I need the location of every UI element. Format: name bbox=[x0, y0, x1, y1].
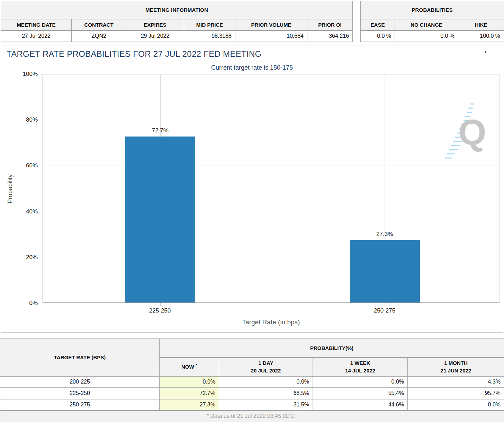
contract-header: CONTRACT bbox=[72, 19, 126, 30]
one-month-date: 21 JUN 2022 bbox=[441, 368, 471, 373]
prior-oi-header: PRIOR OI bbox=[307, 19, 353, 30]
one-week-cell: 0.0% bbox=[313, 376, 408, 388]
one-week-cell: 44.6% bbox=[313, 399, 408, 411]
now-cell: 72.7% bbox=[160, 388, 219, 399]
chart-title: TARGET RATE PROBABILITIES FOR 27 JUL 202… bbox=[7, 49, 262, 59]
probability-history-table: TARGET RATE (BPS) PROBABILITY(%) NOW * 1… bbox=[0, 339, 504, 422]
gridline-20 bbox=[40, 257, 500, 257]
top-summary-tables: MEETING INFORMATION MEETING DATE CONTRAC… bbox=[1, 1, 503, 42]
target-rate-chart-panel: TARGET RATE PROBABILITIES FOR 27 JUL 202… bbox=[1, 45, 503, 333]
one-day-cell: 31.5% bbox=[219, 399, 313, 411]
plot-right-border bbox=[500, 74, 500, 302]
x-tick-250-275: 250-275 bbox=[374, 307, 395, 314]
expires-header: EXPIRES bbox=[126, 19, 184, 30]
gridline-80 bbox=[40, 120, 500, 120]
probabilities-summary-table: PROBABILITIES EASE NO CHANGE HIKE 0.0 % … bbox=[360, 1, 504, 42]
no-change-value: 0.0 % bbox=[395, 30, 458, 42]
now-cell: 0.0% bbox=[160, 376, 219, 388]
one-month-cell: 4.3% bbox=[408, 376, 504, 388]
rate-cell: 225-250 bbox=[0, 388, 160, 399]
watermark-dashes bbox=[443, 102, 488, 168]
quikstrike-watermark: Q bbox=[443, 102, 488, 168]
probability-pct-header: PROBABILITY(%) bbox=[160, 339, 504, 358]
bar-value-label: 72.7% bbox=[152, 127, 169, 134]
prior-volume-value: 10,684 bbox=[235, 30, 307, 42]
one-day-cell: 0.0% bbox=[219, 376, 313, 388]
x-axis-title: Target Rate (in bps) bbox=[43, 318, 500, 326]
prior-volume-header: PRIOR VOLUME bbox=[235, 19, 307, 30]
one-day-date: 20 JUL 2022 bbox=[251, 368, 281, 373]
plot-area: Q 72.7% 27.3% bbox=[43, 74, 500, 303]
table-row: 200-225 0.0% 0.0% 0.0% 4.3% bbox=[0, 376, 504, 388]
y-axis-title: Probability bbox=[6, 74, 14, 303]
now-cell: 27.3% bbox=[160, 399, 219, 411]
one-day-cell: 68.5% bbox=[219, 388, 313, 399]
meeting-information-title: MEETING INFORMATION bbox=[1, 1, 353, 19]
now-column-header: NOW * bbox=[160, 358, 219, 376]
no-change-header: NO CHANGE bbox=[395, 19, 458, 30]
one-week-column-header: 1 WEEK14 JUL 2022 bbox=[313, 358, 408, 376]
ease-header: EASE bbox=[361, 19, 395, 30]
probability-bar-225-250 bbox=[125, 137, 195, 302]
mid-price-value: 98.3188 bbox=[184, 30, 235, 42]
y-tick-40: 40% bbox=[18, 208, 38, 215]
one-month-label: 1 MONTH bbox=[444, 360, 468, 366]
table-row: 250-275 27.3% 31.5% 44.6% 0.0% bbox=[0, 399, 504, 411]
one-month-column-header: 1 MONTH21 JUN 2022 bbox=[408, 358, 504, 376]
one-day-label: 1 DAY bbox=[259, 360, 273, 366]
y-tick-80: 80% bbox=[18, 116, 38, 123]
one-day-column-header: 1 DAY20 JUL 2022 bbox=[219, 358, 313, 376]
bar-value-label: 27.3% bbox=[376, 231, 393, 238]
data-as-of-footnote: * Data as of 21 Jul 2022 03:45:02 CT bbox=[0, 411, 504, 422]
x-tickmark-1 bbox=[160, 303, 161, 306]
mid-price-header: MID PRICE bbox=[184, 19, 235, 30]
x-tick-225-250: 225-250 bbox=[149, 307, 171, 314]
gridline-60 bbox=[40, 166, 500, 166]
contract-value: ZQN2 bbox=[72, 30, 126, 42]
y-tick-20: 20% bbox=[18, 254, 38, 261]
expires-value: 29 Jul 2022 bbox=[126, 30, 184, 42]
rate-cell: 200-225 bbox=[0, 376, 160, 388]
menu-bar bbox=[485, 51, 486, 53]
now-label: NOW bbox=[181, 364, 194, 370]
one-month-cell: 95.7% bbox=[408, 388, 504, 399]
gridline-40 bbox=[40, 211, 500, 211]
chart-subtitle: Current target rate is 150-175 bbox=[1, 64, 503, 71]
hike-value: 100.0 % bbox=[458, 30, 504, 42]
meeting-information-table: MEETING INFORMATION MEETING DATE CONTRAC… bbox=[1, 1, 353, 42]
probabilities-title: PROBABILITIES bbox=[361, 1, 504, 19]
meeting-date-value: 27 Jul 2022 bbox=[1, 30, 72, 42]
y-tick-100: 100% bbox=[18, 71, 38, 78]
y-tick-60: 60% bbox=[18, 162, 38, 169]
one-week-date: 14 JUL 2022 bbox=[345, 368, 375, 373]
ease-value: 0.0 % bbox=[361, 30, 395, 42]
probability-bar-250-275 bbox=[350, 240, 420, 302]
prior-oi-value: 364,216 bbox=[307, 30, 353, 42]
rate-cell: 250-275 bbox=[0, 399, 160, 411]
table-row: 225-250 72.7% 68.5% 55.4% 95.7% bbox=[0, 388, 504, 399]
one-week-label: 1 WEEK bbox=[350, 360, 370, 366]
meeting-date-header: MEETING DATE bbox=[1, 19, 72, 30]
target-rate-bps-header: TARGET RATE (BPS) bbox=[0, 339, 160, 376]
one-month-cell: 0.0% bbox=[408, 399, 504, 411]
one-week-cell: 55.4% bbox=[313, 388, 408, 399]
gridline-100 bbox=[40, 74, 500, 74]
x-tickmark-2 bbox=[385, 303, 385, 306]
y-tick-0: 0% bbox=[18, 300, 38, 307]
hike-header: HIKE bbox=[458, 19, 504, 30]
now-asterisk: * bbox=[196, 363, 197, 367]
